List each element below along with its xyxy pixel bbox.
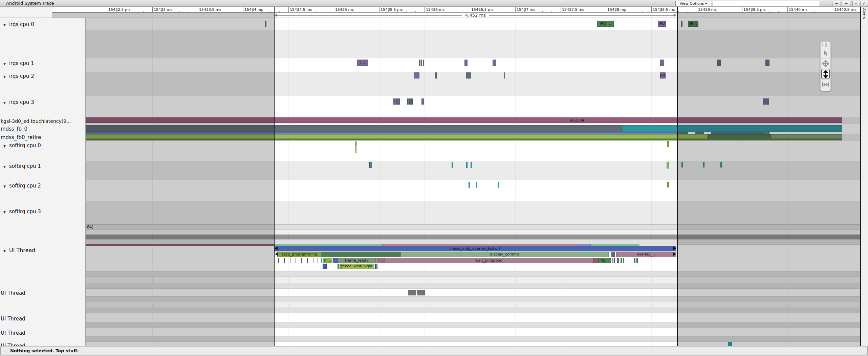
trace-slice[interactable] <box>322 252 400 257</box>
trace-slice[interactable] <box>417 290 425 295</box>
trace-slice[interactable]: fence_wait("kgsl... <box>341 264 374 269</box>
trace-slice[interactable]: sspp_programming <box>277 252 322 257</box>
trace-slice[interactable] <box>355 147 356 153</box>
trace-slice[interactable] <box>498 182 499 188</box>
track-label[interactable]: ▼irqs cpu 2 <box>3 73 34 79</box>
trace-slice[interactable] <box>397 98 400 105</box>
trace-slice[interactable] <box>376 264 377 269</box>
trace-slice[interactable] <box>296 258 296 263</box>
expander-arrow-icon[interactable]: ▼ <box>3 75 6 79</box>
trace-slice[interactable] <box>318 258 318 263</box>
trace-slice[interactable] <box>612 258 613 263</box>
selection-end-line[interactable] <box>677 7 678 346</box>
track-label[interactable]: ▼irqs cpu 3 <box>3 99 34 105</box>
trace-slice[interactable] <box>493 60 496 66</box>
expander-arrow-icon[interactable]: ▼ <box>3 210 6 214</box>
trace-slice[interactable] <box>301 258 302 263</box>
expander-arrow-icon[interactable]: ▼ <box>3 144 6 148</box>
expander-arrow-icon[interactable]: ▼ <box>3 165 6 169</box>
track-label[interactable]: ▼softirq cpu 1 <box>3 163 41 169</box>
trace-slice[interactable]: IRQ <box>660 72 666 79</box>
expander-arrow-icon[interactable]: ▼ <box>3 23 6 27</box>
timeline-ruler[interactable]: 15432.5 ms15433 ms15433.5 ms15434 ms1543… <box>0 7 868 18</box>
expander-arrow-icon[interactable]: ▼ <box>3 101 6 105</box>
trace-slice[interactable] <box>421 60 422 66</box>
trace-slice[interactable] <box>376 258 384 263</box>
expander-arrow-icon[interactable]: ▼ <box>3 62 6 66</box>
trace-slice[interactable] <box>414 72 419 79</box>
trace-slice[interactable] <box>421 98 424 105</box>
trace-slice[interactable] <box>623 258 624 263</box>
trace-slice[interactable] <box>660 60 664 66</box>
track-label[interactable]: ▼softirq cpu 2 <box>3 183 41 189</box>
view-options-button[interactable]: View Options ▾ <box>675 1 711 6</box>
track-label[interactable]: ▼UI Thread <box>3 247 35 253</box>
trace-slice[interactable] <box>617 258 619 263</box>
trace-slice[interactable] <box>338 264 339 269</box>
trace-slice[interactable]: overlay_... <box>616 252 676 257</box>
trace-slice[interactable]: wait_pingpong <box>384 258 593 263</box>
trace-slice[interactable] <box>614 258 615 263</box>
trace-slice[interactable] <box>409 98 411 105</box>
nav-more-button[interactable]: » <box>852 1 859 6</box>
track-label[interactable]: ▼irqs cpu 0 <box>3 21 34 27</box>
trace-slice[interactable] <box>621 258 622 263</box>
trace-slice[interactable] <box>471 162 472 168</box>
track-label[interactable]: ▼softirq cpu 3 <box>3 208 41 215</box>
trace-slice[interactable] <box>370 162 372 168</box>
trace-slice[interactable] <box>375 264 376 269</box>
search-input[interactable] <box>713 1 820 6</box>
trace-slice[interactable] <box>340 264 341 269</box>
trace-slice[interactable] <box>290 258 290 263</box>
trace-slice[interactable]: frame_ready <box>338 258 376 263</box>
trace-slice[interactable] <box>466 162 468 168</box>
trace-slice[interactable] <box>634 258 635 263</box>
trace-slice[interactable] <box>435 72 437 79</box>
expander-arrow-icon[interactable]: ▼ <box>3 249 6 253</box>
trace-slice[interactable] <box>321 258 322 263</box>
selection-drag-handle[interactable] <box>673 247 676 250</box>
selection-start-line[interactable] <box>274 7 275 346</box>
expander-arrow-icon[interactable]: ▼ <box>3 185 6 188</box>
trace-slice[interactable] <box>466 72 471 79</box>
trace-slice[interactable] <box>393 98 397 105</box>
trace-slice[interactable]: mdss_mdp_overlay_kickoff <box>274 246 676 251</box>
selection-drag-handle[interactable] <box>275 247 278 250</box>
trace-slice[interactable] <box>423 60 424 66</box>
trace-slice[interactable] <box>411 98 413 105</box>
trace-slice[interactable]: flu... <box>599 258 611 263</box>
trace-slice[interactable] <box>313 258 313 263</box>
trace-slice[interactable] <box>593 258 599 263</box>
help-button[interactable]: ? <box>860 1 867 6</box>
trace-slice[interactable]: IRQ <box>658 21 666 27</box>
zoom-tool-button[interactable] <box>821 69 830 79</box>
trace-slice[interactable]: display_commit <box>400 252 609 257</box>
palette-grip-handle[interactable] <box>822 43 829 47</box>
trace-slice[interactable] <box>667 182 669 187</box>
cursor-tool-button[interactable] <box>821 48 830 58</box>
trace-slice[interactable]: m... <box>323 258 332 263</box>
pan-tool-button[interactable] <box>821 58 830 69</box>
alerts-panel[interactable]: Alerts <box>860 7 868 346</box>
nav-forward-button[interactable]: → <box>842 1 850 6</box>
track-label[interactable]: ▼irqs cpu 1 <box>3 60 34 66</box>
timing-tool-button[interactable] <box>821 79 830 90</box>
trace-slice[interactable] <box>469 182 470 188</box>
trace-slice[interactable] <box>667 141 669 147</box>
trace-slice[interactable] <box>504 72 505 79</box>
trace-slice[interactable] <box>464 60 468 66</box>
trace-slice[interactable] <box>667 162 669 169</box>
trace-slice[interactable] <box>323 264 327 269</box>
trace-slice[interactable] <box>307 258 308 263</box>
track-area[interactable]: ►com.prefabulated.touchlatency (pid 9564… <box>0 18 868 346</box>
trace-slice[interactable] <box>407 98 409 105</box>
track-label[interactable]: ▼softirq cpu 0 <box>3 142 41 149</box>
trace-slice[interactable] <box>476 182 477 188</box>
selection-drag-handle[interactable] <box>673 252 676 256</box>
trace-slice[interactable] <box>452 162 453 168</box>
trace-slice[interactable]: I... <box>357 60 368 66</box>
trace-slice[interactable]: IRQ ... <box>597 21 614 27</box>
trace-slice[interactable] <box>636 258 638 263</box>
trace-slice[interactable] <box>408 290 416 295</box>
trace-slice[interactable] <box>284 258 285 263</box>
